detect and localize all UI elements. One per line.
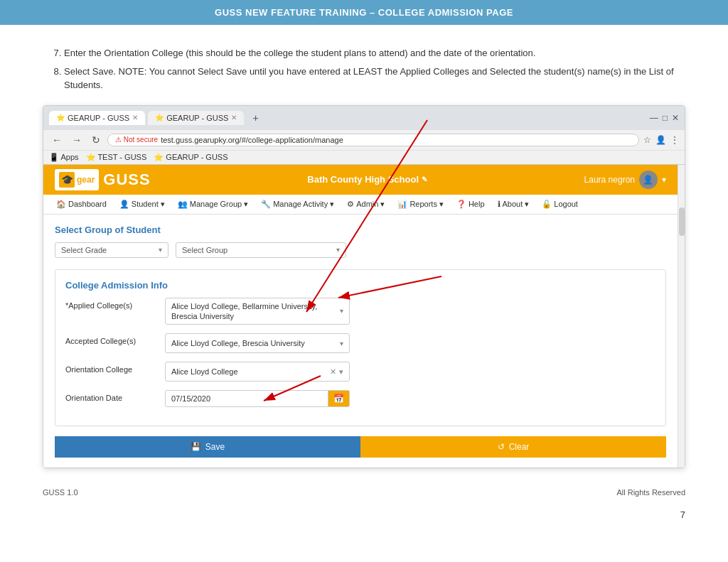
gear-text: gear bbox=[77, 175, 95, 185]
orientation-college-control[interactable]: Alice Lloyd College ✕ ▾ bbox=[165, 362, 350, 382]
activity-icon: 🔧 bbox=[261, 200, 271, 209]
clear-button[interactable]: ↺ Clear bbox=[360, 436, 666, 458]
guss-logo-text: GUSS bbox=[103, 171, 150, 189]
orientation-college-input[interactable]: Alice Lloyd College ✕ ▾ bbox=[165, 362, 350, 382]
browser-content: 🎓 gear GUSS Bath County High School ✎ La… bbox=[43, 165, 685, 468]
admin-icon: ⚙ bbox=[347, 200, 354, 209]
student-icon: 👤 bbox=[119, 200, 129, 209]
accepted-colleges-arrow: ▾ bbox=[340, 340, 343, 347]
orientation-date-value: 07/15/2020 bbox=[166, 391, 328, 406]
nav-student-label: Student bbox=[132, 200, 159, 208]
nav-reports[interactable]: 📊 Reports ▾ bbox=[392, 195, 449, 214]
nav-manage-activity-label: Manage Activity bbox=[273, 200, 328, 208]
applied-colleges-control[interactable]: Alice Lloyd College, Bellarmine Universi… bbox=[165, 298, 350, 325]
nav-admin-label: Admin bbox=[356, 200, 378, 208]
back-button[interactable]: ← bbox=[49, 133, 65, 147]
nav-admin[interactable]: ⚙ Admin ▾ bbox=[341, 195, 390, 214]
applied-colleges-arrow: ▾ bbox=[340, 307, 343, 315]
college-admission-section: College Admission Info *Applied College(… bbox=[55, 269, 666, 427]
nav-logout-label: Logout bbox=[554, 200, 578, 208]
gearup-guss-bookmark[interactable]: ⭐ GEARUP - GUSS bbox=[154, 153, 228, 162]
url-text: test.guss.gearupky.org/#/college-applica… bbox=[161, 136, 343, 144]
user-dropdown-arrow[interactable]: ▾ bbox=[662, 175, 666, 185]
about-icon: ℹ bbox=[498, 200, 500, 209]
tab-close-1[interactable]: ✕ bbox=[132, 114, 138, 121]
instruction-item-7: Enter the Orientation College (this shou… bbox=[64, 46, 685, 60]
accepted-colleges-row: Accepted College(s) Alice Lloyd College,… bbox=[65, 333, 655, 353]
accepted-colleges-label: Accepted College(s) bbox=[65, 333, 158, 345]
logo-box: 🎓 gear bbox=[55, 169, 99, 190]
nav-about-label: About bbox=[503, 200, 523, 208]
nav-manage-activity[interactable]: 🔧 Manage Activity ▾ bbox=[255, 195, 340, 214]
browser-action-icons: ☆ 👤 ⋮ bbox=[643, 135, 679, 145]
orientation-college-row: Orientation College Alice Lloyd College … bbox=[65, 362, 655, 382]
select-group-title: Select Group of Student bbox=[55, 225, 666, 235]
nav-dashboard-label: Dashboard bbox=[68, 200, 107, 208]
college-dropdown-arrow[interactable]: ▾ bbox=[339, 367, 343, 377]
profile-icon[interactable]: 👤 bbox=[655, 135, 666, 145]
browser-main: 🎓 gear GUSS Bath County High School ✎ La… bbox=[43, 165, 678, 468]
nav-logout[interactable]: 🔓 Logout bbox=[536, 195, 584, 214]
form-area: Select Group of Student Select Grade ▾ S… bbox=[43, 215, 678, 468]
apps-bookmark[interactable]: 📱 Apps bbox=[49, 153, 79, 162]
nav-help[interactable]: ❓ Help bbox=[451, 195, 491, 214]
save-label: Save bbox=[205, 442, 225, 452]
security-indicator: ⚠ Not secure bbox=[115, 136, 158, 144]
scrollbar-thumb[interactable] bbox=[679, 207, 685, 236]
maximize-button[interactable]: □ bbox=[663, 113, 668, 123]
browser-chrome: ⭐ GEARUP - GUSS ✕ ⭐ GEARUP - GUSS ✕ + — … bbox=[43, 106, 685, 165]
browser-tab-1[interactable]: ⭐ GEARUP - GUSS ✕ bbox=[49, 111, 145, 125]
address-bar[interactable]: ⚠ Not secure test.guss.gearupky.org/#/co… bbox=[107, 134, 639, 146]
accepted-colleges-control[interactable]: Alice Lloyd College, Brescia University … bbox=[165, 333, 350, 353]
about-dropdown-icon: ▾ bbox=[525, 200, 529, 209]
bookmark-star-icon[interactable]: ☆ bbox=[643, 135, 651, 145]
admin-dropdown-icon: ▾ bbox=[380, 200, 385, 209]
tab-label-1: GEARUP - GUSS bbox=[68, 114, 129, 122]
page-footer: GUSS 1.0 All Rights Reserved bbox=[43, 482, 685, 502]
tab-close-2[interactable]: ✕ bbox=[231, 114, 237, 121]
nav-about[interactable]: ℹ About ▾ bbox=[492, 195, 535, 214]
accepted-colleges-value: Alice Lloyd College, Brescia University bbox=[171, 338, 340, 348]
save-button[interactable]: 💾 Save bbox=[55, 436, 360, 458]
edit-school-icon[interactable]: ✎ bbox=[422, 175, 427, 183]
select-group-dropdown[interactable]: Select Group ▾ bbox=[176, 242, 346, 258]
clear-college-icon[interactable]: ✕ bbox=[330, 367, 336, 377]
minimize-button[interactable]: — bbox=[650, 113, 658, 123]
nav-help-label: Help bbox=[469, 200, 485, 208]
reports-icon: 📊 bbox=[397, 200, 407, 209]
accepted-colleges-select[interactable]: Alice Lloyd College, Brescia University … bbox=[165, 333, 350, 353]
orientation-date-control[interactable]: 07/15/2020 📅 bbox=[165, 390, 350, 407]
applied-colleges-label: *Applied College(s) bbox=[65, 298, 158, 310]
nav-student[interactable]: 👤 Student ▾ bbox=[114, 195, 171, 214]
user-name: Laura negron bbox=[584, 175, 635, 185]
browser-titlebar: ⭐ GEARUP - GUSS ✕ ⭐ GEARUP - GUSS ✕ + — … bbox=[43, 106, 685, 130]
calendar-button[interactable]: 📅 bbox=[328, 391, 349, 406]
select-group-section: Select Group of Student Select Grade ▾ S… bbox=[55, 225, 666, 258]
nav-dashboard[interactable]: 🏠 Dashboard bbox=[50, 195, 112, 214]
select-group-placeholder: Select Group bbox=[182, 246, 228, 254]
save-icon: 💾 bbox=[191, 442, 201, 452]
avatar: 👤 bbox=[639, 171, 658, 189]
new-tab-button[interactable]: + bbox=[247, 109, 264, 126]
school-name: Bath County High School ✎ bbox=[307, 174, 427, 185]
nav-manage-group[interactable]: 👥 Manage Group ▾ bbox=[172, 195, 254, 214]
browser-mockup: ⭐ GEARUP - GUSS ✕ ⭐ GEARUP - GUSS ✕ + — … bbox=[43, 105, 685, 469]
select-grade-dropdown[interactable]: Select Grade ▾ bbox=[55, 242, 168, 258]
menu-icon[interactable]: ⋮ bbox=[670, 135, 679, 145]
applied-colleges-select[interactable]: Alice Lloyd College, Bellarmine Universi… bbox=[165, 298, 350, 325]
select-grade-placeholder: Select Grade bbox=[61, 246, 107, 254]
guss-logo: 🎓 gear GUSS bbox=[55, 169, 151, 190]
browser-scrollbar[interactable] bbox=[678, 165, 685, 468]
instruction-item-8: Select Save. NOTE: You cannot Select Sav… bbox=[64, 65, 685, 92]
reload-button[interactable]: ↻ bbox=[89, 133, 103, 147]
orientation-college-icons: ✕ ▾ bbox=[330, 367, 343, 377]
test-guss-bookmark[interactable]: ⭐ TEST - GUSS bbox=[86, 153, 147, 162]
help-icon: ❓ bbox=[456, 200, 466, 209]
browser-tab-2[interactable]: ⭐ GEARUP - GUSS ✕ bbox=[148, 111, 244, 125]
forward-button[interactable]: → bbox=[69, 133, 85, 147]
orientation-date-field[interactable]: 07/15/2020 📅 bbox=[165, 390, 350, 407]
student-dropdown-icon: ▾ bbox=[161, 200, 165, 209]
tab-icon-2: ⭐ bbox=[155, 114, 164, 121]
clear-label: Clear bbox=[509, 442, 530, 452]
close-button[interactable]: ✕ bbox=[672, 113, 679, 123]
